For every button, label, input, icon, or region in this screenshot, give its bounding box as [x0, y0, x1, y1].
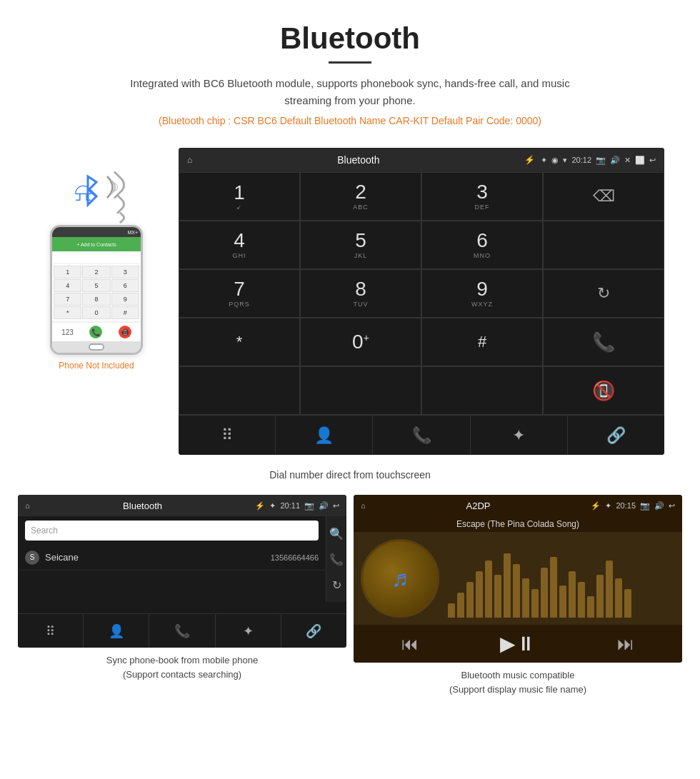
pb-nav-contacts[interactable]: 👤	[84, 614, 149, 648]
dial-end-call-cell[interactable]: 📵	[543, 366, 664, 415]
dial-call-green-cell[interactable]: 📞	[543, 318, 664, 366]
dial-key-2[interactable]: 2 ABC	[300, 172, 421, 221]
phone-home-bar	[52, 341, 141, 353]
visualizer-bar	[587, 596, 594, 618]
dial-key-4[interactable]: 4 GHI	[179, 221, 300, 269]
visualizer-bar	[476, 571, 483, 618]
music-camera-icon[interactable]: 📷	[640, 501, 650, 511]
phone-key-6[interactable]: 6	[111, 279, 139, 292]
dial-key-7[interactable]: 7 PQRS	[179, 269, 300, 318]
pb-empty-space	[18, 571, 326, 613]
car-time: 20:12	[571, 156, 591, 164]
phone-key-8[interactable]: 8	[82, 293, 110, 306]
car-location-icon: ◉	[551, 156, 559, 165]
dial-key-9[interactable]: 9 WXYZ	[421, 269, 543, 318]
car-home-icon[interactable]: ⌂	[187, 155, 192, 165]
pb-camera-icon[interactable]: 📷	[304, 501, 314, 511]
dial-empty-3	[300, 366, 421, 415]
dial-backspace-cell[interactable]: ⌫	[543, 172, 664, 221]
car-back-icon[interactable]: ↩	[649, 156, 656, 165]
pb-bt-icon: ✦	[269, 501, 276, 511]
phone-key-7[interactable]: 7	[54, 293, 81, 306]
phone-key-5[interactable]: 5	[82, 279, 110, 292]
dial-refresh-cell[interactable]: ↻	[543, 269, 664, 318]
dial-key-1[interactable]: 1 ↙	[179, 172, 300, 221]
phone-key-star[interactable]: *	[54, 306, 81, 319]
phone-add-contacts: + Add to Contacts	[76, 242, 116, 247]
dial-key-5[interactable]: 5 JKL	[300, 221, 421, 269]
phone-key-3[interactable]: 3	[111, 266, 139, 278]
pb-call-icon[interactable]: 📞	[329, 553, 344, 566]
pb-back-icon[interactable]: ↩	[333, 501, 339, 511]
car-nav-link[interactable]: 🔗	[568, 416, 664, 455]
pb-search-bar[interactable]: Search	[25, 521, 319, 541]
phone-btn-num: 123	[61, 326, 74, 338]
phone-key-0[interactable]: 0	[82, 306, 110, 319]
phone-not-included-label: Phone Not Included	[59, 361, 134, 371]
visualizer-bar	[466, 582, 474, 618]
page-subtitle: Integrated with BC6 Bluetooth module, su…	[107, 75, 593, 109]
pb-volume-icon[interactable]: 🔊	[319, 501, 329, 511]
phonebook-caption: Sync phone-book from mobile phone(Suppor…	[106, 653, 258, 681]
pb-search-placeholder: Search	[31, 526, 58, 536]
visualizer-bar	[485, 561, 492, 618]
dial-key-star[interactable]: *	[179, 318, 300, 366]
car-window-icon[interactable]: ⬜	[635, 156, 645, 165]
pb-usb-icon: ⚡	[255, 501, 265, 511]
dial-empty-2	[179, 366, 300, 415]
car-nav-contacts[interactable]: 👤	[276, 416, 373, 455]
music-prev-button[interactable]: ⏮	[401, 634, 419, 654]
car-nav-call[interactable]: 📞	[373, 416, 470, 455]
phone-key-4[interactable]: 4	[54, 279, 81, 292]
dial-key-8[interactable]: 8 TUV	[300, 269, 421, 318]
visualizer-bar	[615, 578, 622, 618]
pb-nav-dialpad[interactable]: ⠿	[18, 614, 84, 648]
car-camera-icon[interactable]: 📷	[596, 156, 606, 165]
music-controls: ⏮ ▶⏸ ⏭	[354, 625, 682, 663]
music-volume-icon[interactable]: 🔊	[654, 501, 664, 511]
dial-empty-4	[421, 366, 543, 415]
visualizer-bar	[559, 585, 566, 618]
music-visualizer	[448, 539, 675, 618]
car-nav-dialpad[interactable]: ⠿	[179, 416, 276, 455]
car-close-icon[interactable]: ✕	[624, 156, 631, 165]
dial-key-6[interactable]: 6 MNO	[421, 221, 543, 269]
visualizer-bar	[504, 553, 511, 618]
visualizer-bar	[513, 564, 520, 618]
pb-nav-bluetooth[interactable]: ✦	[216, 614, 281, 648]
pb-statusbar: ⌂ Bluetooth ⚡ ✦ 20:11 📷 🔊 ↩	[18, 495, 346, 516]
phone-key-1[interactable]: 1	[54, 266, 81, 278]
dial-key-hash[interactable]: #	[421, 318, 543, 366]
phone-status-bar: MX+	[52, 227, 141, 237]
title-underline	[329, 61, 371, 64]
car-status-right: ✦ ◉ ▾ 20:12 📷 🔊 ✕ ⬜ ↩	[541, 156, 656, 165]
music-home-icon[interactable]: ⌂	[361, 501, 366, 510]
music-back-icon[interactable]: ↩	[669, 501, 675, 511]
visualizer-bar	[624, 589, 631, 618]
phone-end-button[interactable]: 📵	[119, 326, 131, 338]
music-screen: ⌂ A2DP ⚡ ✦ 20:15 📷 🔊 ↩ Escape (The Pina …	[354, 495, 682, 663]
pb-nav-link[interactable]: 🔗	[281, 614, 346, 648]
dial-key-3[interactable]: 3 DEF	[421, 172, 543, 221]
dial-key-0[interactable]: 0+	[300, 318, 421, 366]
phone-key-2[interactable]: 2	[82, 266, 110, 278]
pb-bottom-nav: ⠿ 👤 📞 ✦ 🔗	[18, 613, 346, 648]
car-nav-bluetooth[interactable]: ✦	[471, 416, 568, 455]
phone-key-9[interactable]: 9	[111, 293, 139, 306]
phone-status-text: MX+	[127, 230, 138, 235]
pb-nav-call[interactable]: 📞	[149, 614, 215, 648]
phone-home-button[interactable]	[89, 343, 104, 351]
page-header: Bluetooth Integrated with BC6 Bluetooth …	[0, 0, 700, 141]
pb-search-icon[interactable]: 🔍	[329, 527, 344, 541]
pb-home-icon[interactable]: ⌂	[25, 501, 30, 510]
music-next-button[interactable]: ⏭	[617, 634, 634, 654]
phone-dialpad: 1 2 3 4 5 6 7 8 9 * 0 #	[52, 251, 141, 321]
phone-call-button[interactable]: 📞	[89, 326, 102, 338]
car-dialpad: 1 ↙ 2 ABC 3 DEF ⌫ 4 GHI	[179, 172, 664, 415]
pb-refresh-icon[interactable]: ↻	[329, 578, 344, 592]
pb-screen-title: Bluetooth	[34, 501, 251, 511]
phone-key-hash[interactable]: #	[111, 306, 139, 319]
car-volume-icon[interactable]: 🔊	[610, 156, 620, 165]
music-play-button[interactable]: ▶⏸	[500, 632, 536, 655]
visualizer-bar	[457, 593, 464, 618]
